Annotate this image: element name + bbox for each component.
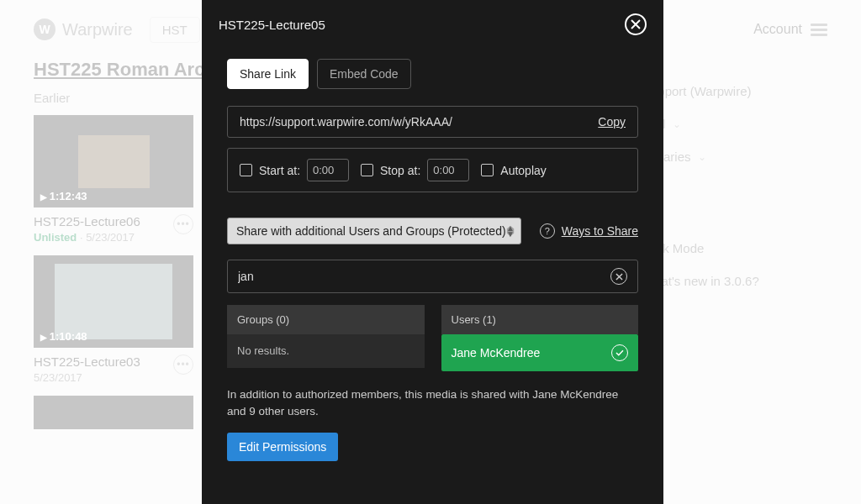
autoplay-checkbox[interactable] [481, 164, 494, 176]
user-search-box [227, 260, 638, 293]
close-icon [615, 273, 623, 281]
edit-permissions-button[interactable]: Edit Permissions [227, 433, 338, 461]
clear-search-button[interactable] [610, 268, 627, 285]
check-icon [611, 344, 628, 361]
share-url-box: https://support.warpwire.com/w/yRkAAA/ C… [227, 106, 638, 138]
groups-empty: No results. [227, 334, 425, 368]
user-result-name: Jane McKendree [452, 346, 541, 360]
start-at-label: Start at: [259, 164, 300, 177]
stop-at-input[interactable] [427, 159, 469, 181]
share-footnote: In addition to authorized members, this … [227, 386, 638, 421]
share-scope-select[interactable]: Share with additional Users and Groups (… [227, 218, 521, 244]
stop-at-checkbox[interactable] [361, 164, 373, 176]
groups-header: Groups (0) [227, 305, 425, 334]
start-at-checkbox[interactable] [240, 164, 252, 176]
tab-embed-code[interactable]: Embed Code [317, 59, 411, 89]
close-icon [631, 19, 641, 29]
modal-title: HST225-Lecture05 [219, 18, 325, 32]
users-header: Users (1) [441, 305, 639, 334]
tab-share-link[interactable]: Share Link [227, 59, 309, 89]
share-modal: HST225-Lecture05 Share Link Embed Code h… [202, 0, 663, 504]
ways-to-share-link[interactable]: Ways to Share [562, 224, 638, 238]
stop-at-label: Stop at: [380, 164, 420, 177]
user-result-item[interactable]: Jane McKendree [441, 334, 639, 371]
start-at-input[interactable] [307, 159, 349, 181]
help-icon: ? [540, 223, 555, 239]
share-url[interactable]: https://support.warpwire.com/w/yRkAAA/ [240, 115, 598, 129]
copy-button[interactable]: Copy [598, 115, 626, 129]
user-search-input[interactable] [238, 270, 610, 283]
playback-options: Start at: Stop at: Autoplay [227, 148, 638, 192]
users-column: Users (1) Jane McKendree [441, 305, 639, 371]
close-button[interactable] [625, 13, 647, 35]
groups-column: Groups (0) No results. [227, 305, 425, 371]
autoplay-label: Autoplay [500, 164, 546, 177]
